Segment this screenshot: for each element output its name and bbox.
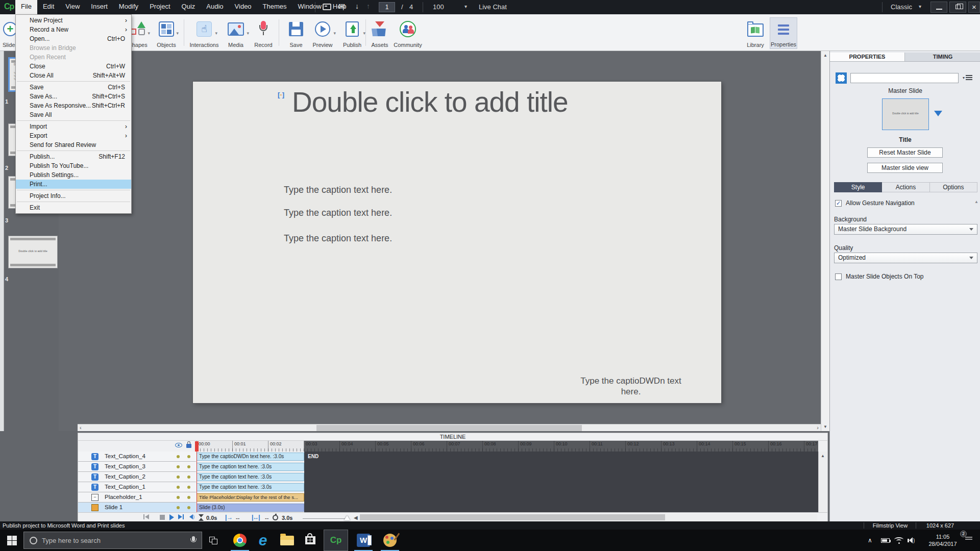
fill-color-swatch[interactable] — [836, 72, 847, 84]
tab-properties[interactable]: PROPERTIES — [830, 53, 905, 62]
scrollbar-thumb[interactable] — [360, 514, 665, 520]
quality-select[interactable]: Optimized — [834, 253, 977, 263]
item-name-input[interactable] — [850, 73, 959, 83]
caption-text-3[interactable]: Type the caption text here. — [284, 233, 392, 244]
lock-dot[interactable] — [187, 475, 190, 479]
visibility-dot[interactable] — [177, 506, 180, 509]
file-menu-item-close-all[interactable]: Close AllShift+Alt+W — [16, 71, 131, 80]
canvas-horizontal-scrollbar[interactable]: ‹ › — [78, 424, 821, 431]
mail-icon[interactable]: ✉ — [338, 2, 345, 11]
zoom-slider-thumb[interactable] — [344, 515, 350, 520]
master-slide-dropdown-icon[interactable] — [934, 111, 942, 116]
timeline-row-text-caption-1[interactable]: TText_Caption_1 — [78, 482, 196, 492]
volume-icon[interactable]: ) — [908, 530, 921, 551]
zoom-slider-track[interactable] — [303, 518, 346, 519]
scroll-up-icon[interactable]: ▲ — [823, 53, 827, 58]
live-chat-link[interactable]: Live Chat — [479, 3, 507, 11]
task-view-button[interactable] — [203, 530, 224, 551]
community-button[interactable]: Community — [393, 17, 423, 49]
lock-dot[interactable] — [187, 496, 190, 499]
wifi-icon[interactable] — [894, 530, 908, 551]
menu-view[interactable]: View — [60, 0, 85, 14]
file-menu-item-record-a-new[interactable]: Record a New› — [16, 25, 131, 34]
workspace-dropdown-icon[interactable]: ▾ — [919, 4, 921, 9]
preview-button[interactable]: ▾ Preview — [310, 17, 335, 49]
visibility-dot[interactable] — [177, 475, 180, 479]
slide-canvas[interactable]: [-] Double click to add title Type the c… — [193, 82, 721, 403]
restore-button[interactable] — [949, 2, 966, 13]
canvas-vertical-scrollbar[interactable]: ▲ ▼ — [821, 51, 829, 431]
scrollbar-thumb[interactable] — [316, 425, 582, 431]
eye-icon[interactable] — [175, 443, 182, 447]
menu-quiz[interactable]: Quiz — [176, 0, 201, 14]
master-slide-view-button[interactable]: Master slide view — [867, 163, 943, 173]
taskbar-search[interactable]: Type here to search — [23, 532, 202, 549]
menu-file[interactable]: File — [15, 0, 37, 14]
timeline-header[interactable]: TIMELINE — [78, 433, 827, 441]
background-select[interactable]: Master Slide Background — [834, 224, 977, 235]
menu-themes[interactable]: Themes — [257, 0, 292, 14]
timeline-horizontal-scrollbar[interactable] — [360, 514, 817, 521]
file-menu-item-publish-to-youtube[interactable]: Publish To YouTube... — [16, 161, 131, 170]
caption-text-4[interactable]: Type the captioDWDn text here. — [577, 375, 685, 397]
lock-dot[interactable] — [187, 465, 190, 468]
scroll-left-icon[interactable]: ◀ — [354, 515, 358, 520]
slide-title-placeholder[interactable]: Double click to add title — [292, 86, 568, 118]
presentation-icon[interactable] — [323, 4, 331, 10]
lock-dot[interactable] — [187, 486, 190, 489]
timeline-bar-text-caption-4[interactable]: Type the captioDWDn text here. :3.0s — [197, 453, 304, 461]
timeline-bar-text-caption-2[interactable]: Type the caption text here. :3.0s — [197, 473, 304, 481]
word-taskbar-icon[interactable]: W — [352, 530, 375, 551]
timeline-row-text-caption-3[interactable]: TText_Caption_3 — [78, 462, 196, 472]
file-menu-item-publish-settings[interactable]: Publish Settings... — [16, 170, 131, 180]
file-menu-item-project-info[interactable]: Project Info... — [16, 191, 131, 201]
minimize-button[interactable] — [930, 2, 947, 13]
media-button[interactable]: ▾ Media — [223, 17, 249, 49]
caption-text-2[interactable]: Type the caption text here. — [284, 208, 392, 218]
slide-thumbnail-4[interactable]: Double click to add title — [8, 236, 58, 268]
close-button[interactable]: × — [968, 2, 980, 13]
scroll-down-icon[interactable]: ▼ — [823, 424, 827, 429]
file-menu-item-new-project[interactable]: New Project› — [16, 16, 131, 25]
chrome-taskbar-icon[interactable] — [229, 530, 251, 551]
view-mode-label[interactable]: Filmstrip View — [867, 521, 914, 530]
reset-master-slide-button[interactable]: Reset Master Slide — [867, 147, 943, 158]
start-button[interactable] — [0, 530, 23, 551]
playhead-marker[interactable] — [195, 441, 199, 452]
panel-menu-icon[interactable]: ▾ — [963, 75, 972, 80]
tab-timing[interactable]: TIMING — [905, 53, 980, 62]
lock-dot[interactable] — [187, 455, 190, 458]
publish-button[interactable]: ▾ Publish — [340, 17, 364, 49]
lock-dot[interactable] — [187, 506, 190, 509]
timeline-vertical-scrollbar[interactable]: ▲ — [818, 452, 827, 512]
save-button[interactable]: Save — [284, 17, 308, 49]
tab-options[interactable]: Options — [930, 182, 977, 192]
file-menu-item-exit[interactable]: Exit — [16, 203, 131, 212]
master-slide-thumbnail[interactable]: Double click to add title — [882, 98, 929, 130]
file-menu-item-send-for-shared-review[interactable]: Send for Shared Review — [16, 140, 131, 149]
timeline-row-text-caption-4[interactable]: TText_Caption_4 — [78, 452, 196, 462]
tray-chevron-icon[interactable]: ∧ — [868, 530, 880, 551]
paint-app-taskbar-icon[interactable] — [379, 530, 401, 551]
menu-video[interactable]: Video — [229, 0, 257, 14]
filmstrip-scrollbar[interactable] — [0, 51, 4, 431]
tab-actions[interactable]: Actions — [882, 182, 929, 192]
battery-icon[interactable] — [881, 530, 894, 551]
file-menu-item-import[interactable]: Import› — [16, 122, 131, 131]
library-button[interactable]: Library — [743, 17, 768, 49]
captivate-taskbar-icon[interactable]: Cp — [324, 530, 348, 551]
go-to-end-button[interactable] — [178, 514, 184, 519]
record-button[interactable]: Record — [251, 17, 276, 49]
menu-edit[interactable]: Edit — [37, 0, 60, 14]
file-menu-item-save-all[interactable]: Save All — [16, 110, 131, 119]
file-explorer-taskbar-icon[interactable] — [276, 530, 298, 551]
store-taskbar-icon[interactable] — [299, 530, 322, 551]
edge-taskbar-icon[interactable]: e — [252, 530, 274, 551]
visibility-dot[interactable] — [177, 455, 180, 458]
taskbar-clock[interactable]: 11:05 28/04/2017 — [923, 533, 963, 547]
timeline-bar-text-caption-1[interactable]: Type the caption text here. :3.0s — [197, 483, 304, 491]
menu-project[interactable]: Project — [144, 0, 176, 14]
file-menu-item-export[interactable]: Export› — [16, 131, 131, 140]
zoom-value[interactable]: 100 — [433, 3, 444, 11]
visibility-dot[interactable] — [177, 465, 180, 468]
